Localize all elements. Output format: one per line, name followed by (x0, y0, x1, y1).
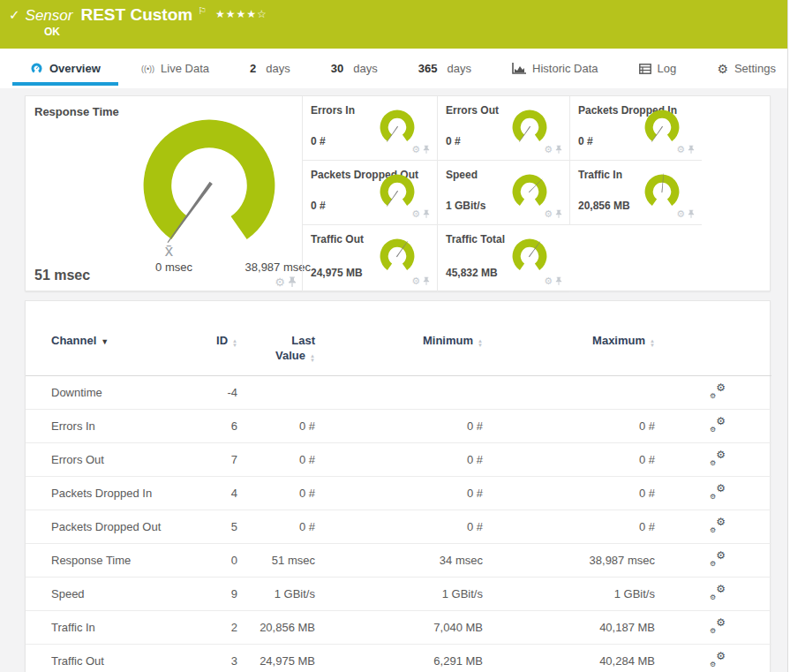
gauges-panel: Response Time x̄ 0 msec 38,987 msec 51 m… (25, 95, 771, 291)
channel-id: 6 (211, 410, 237, 443)
channel-actions-cell: ⚙⚙ (655, 578, 771, 611)
channel-name: Packets Dropped In (26, 477, 211, 510)
pin-icon[interactable] (423, 145, 430, 155)
gauge-value: 20,856 MB (578, 200, 630, 212)
small-gauge-cell: Packets Dropped In 0 # ⚙ (569, 96, 702, 161)
tab-historic-data[interactable]: Historic Data (507, 49, 603, 88)
response-time-value: 51 msec (34, 268, 90, 283)
channel-settings-icon[interactable]: ⚙⚙ (710, 418, 726, 432)
channel-id: 0 (211, 544, 237, 578)
channel-name: Downtime (26, 376, 211, 410)
channel-last-value: 1 GBit/s (237, 578, 315, 611)
tab-live-data-label: Live Data (161, 62, 209, 75)
small-gauge-cell: Traffic In 20,856 MB ⚙ (569, 161, 702, 225)
channel-id: 3 (211, 645, 237, 672)
channel-name: Traffic In (26, 611, 211, 645)
channel-id: 7 (211, 443, 237, 477)
gauge-gear-icon[interactable]: ⚙ (544, 276, 553, 286)
small-gauge-cell: Packets Dropped Out 0 # ⚙ (302, 161, 437, 225)
tab-2-days[interactable]: 2 days (245, 49, 296, 88)
channel-settings-icon[interactable]: ⚙⚙ (710, 384, 726, 398)
cell-toolbar: ⚙ (411, 145, 430, 155)
channel-settings-icon[interactable]: ⚙⚙ (710, 518, 726, 532)
response-time-gauge: x̄ (124, 103, 294, 268)
tab-settings[interactable]: ⚙ Settings (711, 49, 781, 88)
gauge-gear-icon[interactable]: ⚙ (411, 145, 420, 155)
col-header-minimum[interactable]: Minimum▲▼ (315, 328, 483, 376)
pin-icon[interactable] (555, 145, 562, 155)
channel-maximum: 38,987 msec (483, 544, 655, 578)
table-row: Downtime-4⚙⚙ (26, 376, 771, 410)
channel-last-value: 0 # (237, 443, 315, 477)
channel-settings-icon[interactable]: ⚙⚙ (710, 552, 726, 566)
sort-icon: ▲▼ (310, 354, 315, 363)
channel-settings-icon[interactable]: ⚙⚙ (710, 485, 726, 499)
gauge-gear-icon[interactable]: ⚙ (544, 145, 553, 155)
channel-actions-cell: ⚙⚙ (655, 376, 771, 410)
channel-maximum: 0 # (483, 410, 655, 443)
tab-live-data[interactable]: ((•)) Live Data (136, 49, 214, 88)
channel-id: 4 (211, 477, 237, 510)
tab-log[interactable]: Log (634, 49, 682, 88)
gauge-gear-icon[interactable]: ⚙ (544, 209, 553, 219)
gauge-gear-icon[interactable]: ⚙ (411, 209, 420, 219)
response-time-gauge-cell: Response Time x̄ 0 msec 38,987 msec 51 m… (26, 96, 302, 292)
tab-30-days[interactable]: 30 days (326, 49, 383, 88)
gauge-gear-icon[interactable]: ⚙ (411, 276, 420, 286)
channel-minimum: 0 # (315, 510, 483, 544)
channel-settings-icon[interactable]: ⚙⚙ (710, 619, 726, 633)
table-row: Traffic Out324,975 MB6,291 MB40,284 MB⚙⚙ (26, 645, 771, 672)
gauge-gear-icon[interactable]: ⚙ (275, 276, 285, 288)
channel-name: Response Time (26, 544, 211, 578)
col-header-maximum[interactable]: Maximum▲▼ (483, 328, 655, 376)
channel-minimum: 6,291 MB (315, 645, 483, 672)
tab-365-days[interactable]: 365 days (413, 49, 477, 88)
channel-last-value: 0 # (237, 477, 315, 510)
channel-settings-icon[interactable]: ⚙⚙ (710, 451, 726, 465)
channel-actions-cell: ⚙⚙ (655, 544, 771, 578)
gauge-label: Traffic Total (446, 233, 505, 245)
cell-toolbar: ⚙ (676, 145, 695, 155)
sort-icon: ▲▼ (650, 339, 655, 348)
col-header-last-value[interactable]: Last Value▲▼ (237, 328, 315, 376)
channel-actions-cell: ⚙⚙ (655, 410, 771, 443)
gauge-value: 0 # (446, 135, 461, 147)
cell-toolbar: ⚙ (275, 276, 297, 288)
cell-toolbar: ⚙ (544, 145, 562, 155)
tab-overview[interactable]: Overview (25, 49, 106, 88)
flag-icon[interactable]: ⚐ (198, 5, 207, 17)
rating-stars[interactable]: ★★★★☆ (215, 8, 267, 20)
status-check-icon: ✓ (9, 7, 20, 23)
gauge-value: 0 # (311, 200, 326, 212)
col-header-channel[interactable]: Channel▼ (26, 328, 211, 376)
gauge-label: Errors In (311, 104, 355, 117)
gauge-icon (30, 62, 43, 75)
pin-icon[interactable] (288, 276, 297, 288)
pin-icon[interactable] (555, 276, 562, 286)
pin-icon[interactable] (555, 209, 562, 219)
cell-toolbar: ⚙ (411, 276, 430, 286)
pin-icon[interactable] (423, 209, 430, 219)
channel-last-value: 51 msec (237, 544, 315, 578)
channel-id: 2 (211, 611, 237, 645)
table-row: Response Time051 msec34 msec38,987 msec⚙… (26, 544, 771, 578)
channel-settings-icon[interactable]: ⚙⚙ (710, 653, 726, 667)
col-header-actions (655, 328, 771, 376)
channel-id: -4 (211, 376, 237, 410)
channel-settings-icon[interactable]: ⚙⚙ (710, 585, 726, 600)
col-header-id[interactable]: ID▲▼ (211, 328, 237, 376)
channel-actions-cell: ⚙⚙ (655, 443, 771, 477)
pin-icon[interactable] (688, 209, 695, 219)
channel-id: 9 (211, 578, 237, 611)
pin-icon[interactable] (423, 276, 430, 286)
small-gauge-cell: Errors In 0 # ⚙ (302, 96, 437, 161)
pin-icon[interactable] (688, 145, 695, 155)
gauge-label: Traffic Out (311, 233, 364, 245)
gauge-gear-icon[interactable]: ⚙ (676, 145, 685, 155)
channel-minimum: 7,040 MB (315, 611, 483, 645)
channel-maximum: 0 # (483, 477, 655, 510)
gauge-gear-icon[interactable]: ⚙ (676, 209, 685, 219)
gauge-label: Errors Out (446, 104, 499, 117)
settings-gear-icon: ⚙ (717, 63, 728, 75)
channel-actions-cell: ⚙⚙ (655, 510, 771, 544)
